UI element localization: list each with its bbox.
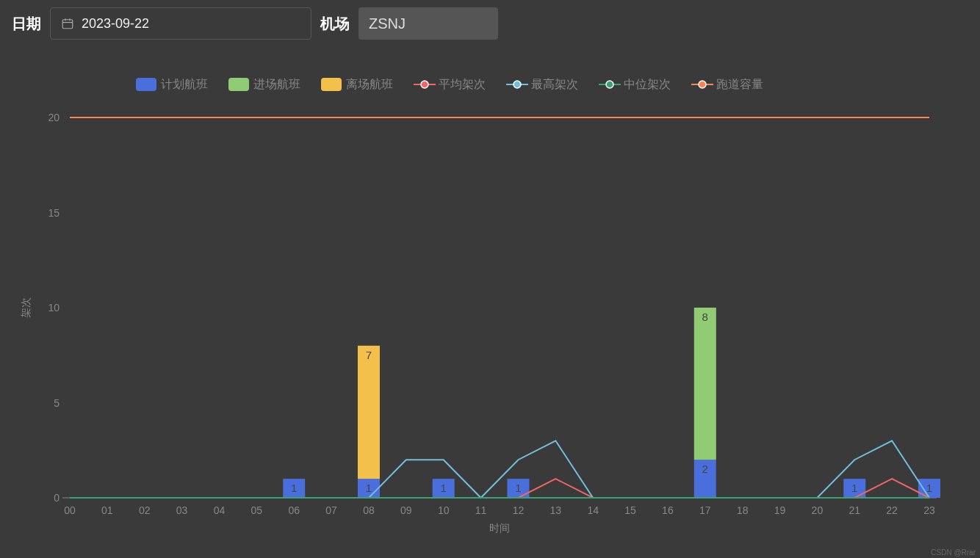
svg-text:01: 01 [101, 504, 113, 516]
svg-rect-8 [321, 78, 342, 91]
svg-text:1: 1 [926, 482, 932, 494]
svg-text:23: 23 [923, 504, 935, 516]
watermark: CSDN @Rrar [931, 548, 976, 557]
svg-text:5: 5 [54, 397, 60, 409]
svg-rect-0 [62, 20, 73, 29]
svg-text:12: 12 [513, 504, 525, 516]
svg-text:20: 20 [812, 504, 824, 516]
svg-text:00: 00 [64, 504, 76, 516]
svg-text:21: 21 [849, 504, 860, 516]
svg-rect-6 [228, 78, 249, 91]
svg-text:15: 15 [624, 504, 636, 516]
chart: 计划航班进场航班离场航班平均架次最高架次中位架次跑道容量 05101520 00… [0, 59, 980, 551]
svg-text:07: 07 [325, 504, 337, 516]
svg-text:最高架次: 最高架次 [531, 78, 578, 90]
x-axis: 0001020304050607080910111213141516171819… [62, 498, 937, 516]
svg-text:1: 1 [515, 482, 521, 494]
svg-text:平均架次: 平均架次 [439, 78, 486, 90]
svg-text:18: 18 [737, 504, 749, 516]
svg-text:20: 20 [48, 112, 60, 123]
svg-text:1: 1 [441, 482, 447, 494]
svg-text:中位架次: 中位架次 [624, 78, 671, 90]
bars: 117112811 [283, 308, 940, 498]
svg-text:10: 10 [438, 504, 450, 516]
svg-text:进场航班: 进场航班 [253, 78, 300, 90]
svg-text:1: 1 [366, 482, 372, 494]
date-input[interactable]: 2023-09-22 [50, 7, 311, 40]
svg-point-17 [606, 81, 613, 88]
svg-rect-56 [358, 346, 380, 479]
svg-text:06: 06 [288, 504, 300, 516]
svg-text:14: 14 [587, 504, 599, 516]
svg-text:05: 05 [251, 504, 263, 516]
y-axis-label: 架次 [20, 297, 32, 318]
svg-text:10: 10 [48, 302, 60, 314]
airport-input[interactable] [359, 7, 498, 40]
svg-text:02: 02 [139, 504, 151, 516]
svg-text:15: 15 [48, 207, 60, 219]
svg-text:跑道容量: 跑道容量 [716, 78, 763, 90]
svg-text:03: 03 [176, 504, 188, 516]
legend[interactable]: 计划航班进场航班离场航班平均架次最高架次中位架次跑道容量 [136, 78, 763, 91]
svg-text:离场航班: 离场航班 [346, 78, 393, 90]
lines [70, 117, 929, 498]
toolbar: 日期 2023-09-22 机场 [0, 0, 980, 47]
date-value: 2023-09-22 [82, 16, 149, 32]
svg-text:16: 16 [662, 504, 674, 516]
svg-text:09: 09 [400, 504, 412, 516]
svg-text:04: 04 [214, 504, 226, 516]
svg-rect-64 [694, 308, 716, 460]
svg-text:0: 0 [54, 492, 60, 504]
date-label: 日期 [12, 14, 41, 34]
svg-point-11 [421, 81, 428, 88]
x-axis-label: 时间 [489, 522, 510, 534]
svg-rect-4 [136, 78, 156, 91]
svg-point-20 [699, 81, 706, 88]
svg-text:17: 17 [699, 504, 711, 516]
svg-text:13: 13 [550, 504, 562, 516]
svg-point-14 [514, 81, 521, 88]
svg-text:08: 08 [363, 504, 375, 516]
airport-label: 机场 [320, 14, 350, 34]
calendar-icon [61, 17, 74, 30]
svg-text:8: 8 [702, 311, 708, 323]
y-axis: 05101520 [48, 112, 60, 504]
svg-text:11: 11 [475, 504, 487, 516]
chart-svg: 计划航班进场航班离场航班平均架次最高架次中位架次跑道容量 05101520 00… [0, 59, 980, 551]
svg-text:19: 19 [774, 504, 786, 516]
svg-text:1: 1 [291, 482, 297, 494]
svg-text:22: 22 [886, 504, 898, 516]
svg-text:7: 7 [366, 349, 372, 361]
svg-text:2: 2 [702, 463, 708, 475]
svg-text:1: 1 [851, 482, 857, 494]
svg-text:计划航班: 计划航班 [161, 78, 208, 90]
